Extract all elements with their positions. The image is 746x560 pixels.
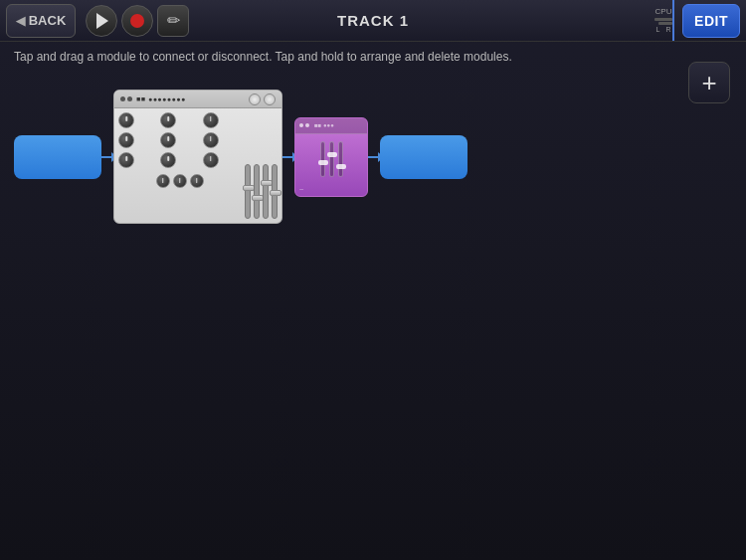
effect-header: ■■ ●●● — [295, 118, 367, 134]
synth-module-body — [114, 108, 281, 223]
top-bar: ◀ BACK ✏ TRACK 1 CPU L R EDIT — [0, 0, 746, 42]
effect-dot-1 — [299, 123, 303, 127]
fader-4[interactable] — [272, 164, 278, 219]
fader-1[interactable] — [245, 164, 251, 219]
knob-11[interactable] — [173, 174, 187, 188]
add-module-button[interactable]: + — [688, 62, 730, 103]
dot-2 — [127, 96, 132, 101]
knob-1[interactable] — [118, 112, 134, 128]
effect-title: ■■ ●●● — [314, 122, 334, 128]
pencil-icon: ✏ — [167, 11, 180, 30]
output-block[interactable] — [380, 135, 467, 179]
effect-fader-1[interactable] — [320, 141, 325, 177]
fader-track-2 — [254, 164, 260, 219]
effect-fader-track-1 — [320, 141, 325, 177]
cpu-indicator: CPU L R — [654, 7, 672, 35]
synth-module-header: ■■ ●●●●●●●● — [114, 91, 281, 108]
track-title: TRACK 1 — [337, 12, 409, 29]
record-button[interactable] — [121, 5, 153, 37]
synth-header-dots — [120, 96, 132, 101]
synth-faders — [245, 112, 278, 219]
edit-button[interactable]: EDIT — [682, 4, 740, 38]
instruction-text: Tap and drag a module to connect or disc… — [14, 50, 512, 64]
effect-fader-track-2 — [329, 141, 334, 177]
synth-module-title: ■■ ●●●●●●●● — [136, 95, 186, 102]
knob-12[interactable] — [190, 174, 204, 188]
connector-2 — [282, 156, 294, 158]
knob-4[interactable] — [118, 132, 134, 148]
knob-6[interactable] — [203, 132, 219, 148]
cpu-bar-l — [654, 18, 672, 21]
play-icon — [96, 13, 108, 29]
effect-body — [295, 134, 367, 185]
cpu-l-label: L — [656, 26, 660, 34]
effect-module[interactable]: ■■ ●●● − — [294, 117, 368, 197]
knob-2[interactable] — [160, 112, 176, 128]
knob-8[interactable] — [160, 152, 176, 168]
effect-fader-track-3 — [338, 141, 343, 177]
connector-3 — [368, 156, 380, 158]
back-label: BACK — [29, 13, 67, 28]
record-icon — [130, 14, 144, 28]
back-button[interactable]: ◀ BACK — [6, 4, 76, 38]
effect-fader-3[interactable] — [338, 141, 343, 177]
instruction-bar: Tap and drag a module to connect or disc… — [0, 42, 746, 72]
knob-7[interactable] — [118, 152, 134, 168]
synth-module[interactable]: ■■ ●●●●●●●● — [113, 90, 282, 224]
fader-2[interactable] — [254, 164, 260, 219]
knob-9[interactable] — [203, 152, 219, 168]
back-arrow-icon: ◀ — [16, 14, 25, 28]
dot-1 — [120, 96, 125, 101]
input-block[interactable] — [14, 135, 101, 179]
effect-header-dots — [299, 123, 309, 127]
play-button[interactable] — [86, 5, 117, 37]
cpu-bars — [654, 18, 672, 25]
effect-fader-thumb-3[interactable] — [336, 164, 346, 169]
fader-thumb-4[interactable] — [270, 190, 281, 196]
add-icon: + — [701, 68, 716, 98]
signal-chain: ■■ ●●●●●●●● — [14, 90, 467, 224]
transport-controls: ✏ — [86, 5, 189, 37]
fader-track-1 — [245, 164, 251, 219]
effect-fader-thumb-1[interactable] — [318, 160, 328, 165]
fader-track-3 — [263, 164, 269, 219]
knob-5[interactable] — [160, 132, 176, 148]
edit-pencil-button[interactable]: ✏ — [157, 5, 189, 37]
edit-label: EDIT — [694, 13, 728, 29]
cpu-bar-r — [658, 22, 672, 25]
knob-3[interactable] — [203, 112, 219, 128]
effect-footer: − — [295, 185, 367, 196]
right-controls: CPU L R EDIT — [654, 4, 740, 38]
cpu-label: CPU — [655, 7, 672, 17]
effect-fader-thumb-2[interactable] — [327, 152, 337, 157]
connector-1 — [101, 156, 113, 158]
effect-fader-2[interactable] — [329, 141, 334, 177]
cpu-r-label: R — [665, 26, 670, 34]
effect-dot-2 — [305, 123, 309, 127]
knob-10[interactable] — [156, 174, 170, 188]
top-bar-accent — [672, 0, 674, 41]
fader-3[interactable] — [263, 164, 269, 219]
fader-track-4 — [272, 164, 278, 219]
